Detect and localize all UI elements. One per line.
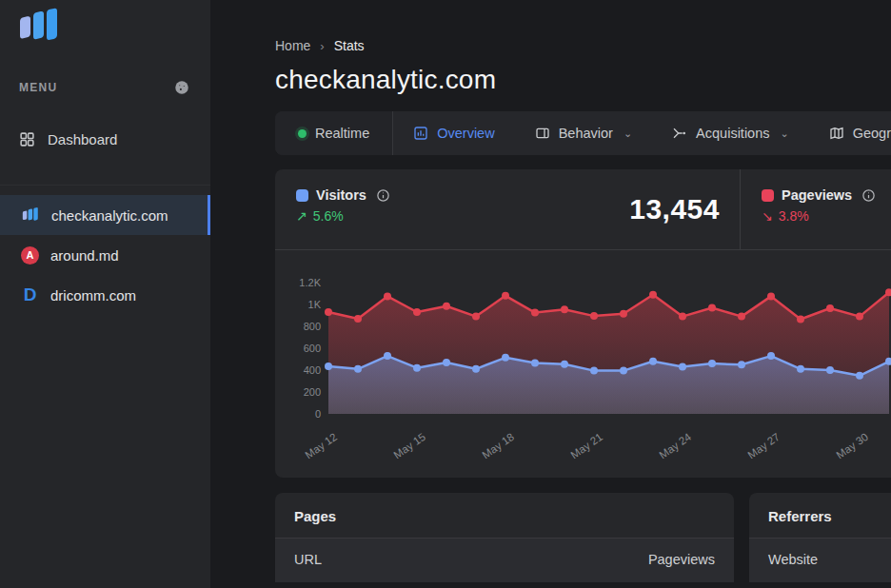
- referrers-col-website: Website: [768, 552, 818, 567]
- pageviews-stat: Pageviews ↘ 3.8%: [741, 169, 891, 249]
- realtime-live-dot-icon: [298, 129, 307, 138]
- sidebar: MENU Dashboard: [0, 0, 210, 588]
- pageviews-label: Pageviews: [782, 187, 852, 203]
- svg-text:May 18: May 18: [480, 431, 516, 461]
- traffic-chart: 02004006008001K1.2KMay 12May 15May 18May…: [275, 250, 891, 478]
- tab-label: Acquisitions: [696, 126, 769, 141]
- svg-text:May 12: May 12: [303, 431, 339, 461]
- bottom-panels: Pages URL Pageviews Referrers Website: [275, 493, 891, 582]
- app-logo-icon: [16, 6, 62, 48]
- tab-acquisitions[interactable]: Acquisitions ⌄: [652, 111, 809, 155]
- visitors-label: Visitors: [316, 187, 366, 203]
- svg-text:600: 600: [304, 343, 321, 354]
- tab-behavior[interactable]: Behavior ⌄: [515, 111, 652, 155]
- overview-chart-icon: [413, 126, 428, 141]
- pages-col-url: URL: [294, 552, 322, 567]
- referrers-panel-title: Referrers: [749, 493, 891, 538]
- breadcrumb-current[interactable]: Stats: [334, 38, 365, 53]
- pages-panel-title: Pages: [275, 493, 734, 538]
- visitors-stat: Visitors ↗ 5.6% 13,454: [275, 169, 741, 249]
- trend-up-icon: ↗: [296, 208, 307, 224]
- sidebar-item-label: Dashboard: [48, 131, 117, 147]
- info-icon[interactable]: [376, 188, 390, 203]
- around-logo-icon: A: [21, 246, 39, 265]
- tab-geography[interactable]: Geography: [809, 111, 891, 155]
- svg-text:1.2K: 1.2K: [299, 277, 321, 288]
- referrers-panel: Referrers Website: [749, 493, 891, 582]
- svg-text:May 30: May 30: [834, 431, 870, 461]
- chart-area: 02004006008001K1.2KMay 12May 15May 18May…: [275, 250, 891, 478]
- geography-map-icon: [829, 126, 844, 141]
- tab-realtime[interactable]: Realtime: [275, 111, 393, 155]
- tab-overview[interactable]: Overview: [393, 111, 514, 155]
- visitors-value: 13,454: [629, 193, 720, 225]
- acquisitions-branch-icon: [672, 126, 687, 141]
- svg-text:1K: 1K: [308, 299, 322, 310]
- chevron-down-icon: ⌄: [780, 127, 788, 140]
- checkanalytic-logo-icon: [21, 206, 40, 224]
- site-item-checkanalytic[interactable]: checkanalytic.com: [0, 195, 210, 235]
- breadcrumb-home-link[interactable]: Home: [275, 38, 310, 53]
- svg-text:May 27: May 27: [745, 431, 782, 461]
- svg-text:May 15: May 15: [391, 431, 427, 461]
- site-item-label: checkanalytic.com: [51, 207, 168, 224]
- site-item-dricomm[interactable]: D dricomm.com: [0, 275, 210, 315]
- svg-text:400: 400: [304, 364, 321, 376]
- site-list: checkanalytic.com A around.md D dricomm.…: [0, 185, 210, 315]
- site-item-label: around.md: [50, 247, 119, 264]
- visitors-swatch-icon: [296, 189, 308, 202]
- svg-text:May 24: May 24: [657, 430, 693, 461]
- chevron-down-icon: ⌄: [624, 127, 632, 140]
- breadcrumb: Home › Stats: [275, 38, 891, 53]
- tab-label: Behavior: [559, 126, 613, 141]
- pages-col-pageviews: Pageviews: [648, 552, 715, 567]
- dashboard-grid-icon: [19, 131, 35, 147]
- svg-text:May 21: May 21: [568, 431, 604, 461]
- trend-down-icon: ↘: [762, 208, 773, 224]
- svg-text:0: 0: [315, 408, 321, 420]
- pageviews-change: ↘ 3.8%: [762, 208, 891, 224]
- tab-label: Realtime: [315, 126, 369, 141]
- main-content: Home › Stats checkanalytic.com Realtime: [210, 0, 891, 588]
- site-item-around[interactable]: A around.md: [0, 235, 210, 275]
- breadcrumb-chevron-icon: ›: [320, 39, 324, 53]
- dricomm-logo-icon: D: [21, 286, 39, 304]
- svg-text:200: 200: [304, 386, 321, 398]
- sidebar-item-dashboard[interactable]: Dashboard: [0, 118, 210, 160]
- site-item-label: dricomm.com: [50, 287, 136, 304]
- tab-label: Geography: [853, 126, 891, 141]
- stats-row: Visitors ↗ 5.6% 13,454: [275, 169, 891, 249]
- svg-text:800: 800: [304, 321, 321, 332]
- theme-palette-icon[interactable]: [172, 78, 191, 97]
- info-icon[interactable]: [861, 188, 876, 203]
- behavior-layout-icon: [535, 126, 550, 141]
- pageviews-swatch-icon: [762, 189, 774, 202]
- menu-label: MENU: [19, 81, 58, 94]
- page-title: checkanalytic.com: [275, 65, 891, 95]
- tab-label: Overview: [437, 126, 494, 141]
- overview-card: Visitors ↗ 5.6% 13,454: [275, 169, 891, 478]
- pages-panel: Pages URL Pageviews: [275, 493, 734, 582]
- app-logo: [0, 0, 210, 51]
- tab-strip: Realtime Overview: [275, 111, 891, 155]
